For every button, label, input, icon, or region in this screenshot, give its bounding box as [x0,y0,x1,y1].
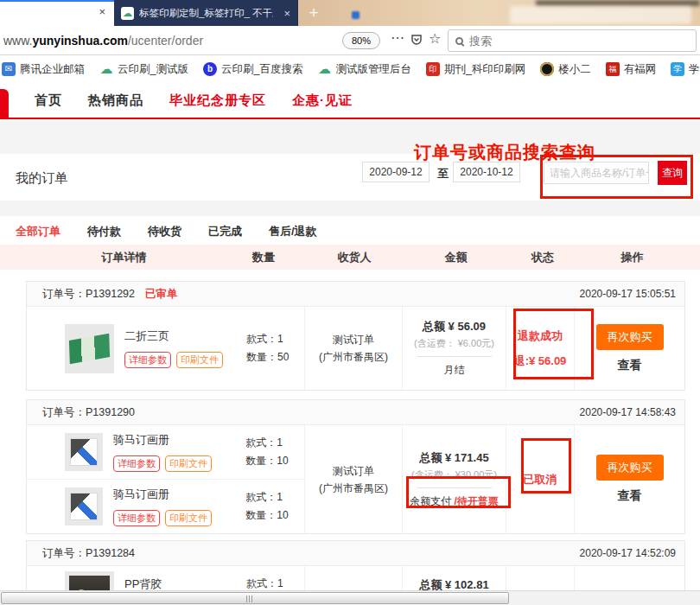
cloud-icon: ☁ [317,62,331,76]
bookmark-xuehui[interactable]: 学学汇网 [671,62,700,77]
browser-search-box[interactable] [448,29,697,52]
status-text: 退款成功 [518,328,563,344]
quantity-cell: 款式：1数量：10 [221,434,304,470]
buy-again-button[interactable]: 再次购买 [596,455,664,481]
pocket-icon[interactable] [410,33,423,50]
page-actions-icon[interactable]: ⋯ [391,29,404,46]
baidu-paw-icon: b [203,62,217,76]
col-consignee: 收货人 [305,250,404,265]
nav-item-hot-products[interactable]: 热销商品 [88,92,143,109]
freight-note: (含运费： ¥6.00元) [414,337,494,350]
tab-close-icon[interactable]: × [283,7,290,20]
amount-cell: 总额 ¥ 56.09 (含运费： ¥6.00元) 月结 [403,307,506,390]
bookmark-keyin[interactable]: 印期刊_科印印刷网 [426,62,525,77]
order-datetime: 2020-09-17 14:52:09 [580,547,676,559]
bookmark-baidu-search[interactable]: b云印刷_百度搜索 [203,62,302,77]
consignee-cell: 测试订单(广州市番禺区) [305,307,403,390]
ring-icon [540,62,554,76]
desktop-background [298,0,700,26]
product-name[interactable]: 二折三页 [124,328,223,344]
product-name[interactable]: 骑马订画册 [113,487,212,502]
divider [417,356,492,357]
product-thumbnail[interactable] [65,433,103,471]
status-cell: 已取消 [506,425,575,533]
new-tab-button[interactable]: + [302,2,325,24]
order-datetime: 2020-09-17 15:05:51 [580,288,676,300]
filter-pending-payment[interactable]: 待付款 [87,224,121,239]
consignee-cell: 测试订单(广州市番禺区) [305,425,403,533]
order-total: 总额 ¥ 56.09 [423,319,486,334]
filter-completed[interactable]: 已完成 [208,224,242,239]
detail-params-tag[interactable]: 详细参数 [113,510,160,526]
date-to-label: 至 [437,166,449,182]
bookmark-admin-backend[interactable]: ☁测试版管理后台 [317,62,411,77]
product-thumbnail[interactable] [65,324,114,373]
screen: × ☁ 标签印刷定制_标签打印_ 不干胶 × + www.yunyinshua.… [0,0,700,605]
url-text[interactable]: www.yunyinshua.com/ucenter/order [3,34,203,48]
view-order-link[interactable]: 查看 [618,358,642,373]
status-cell: 退款成功 退:¥ 56.09 [506,307,575,390]
payment-method: 余额支付 /待开普票 [410,494,499,509]
detail-params-tag[interactable]: 详细参数 [113,455,160,472]
browser-tab-active[interactable]: × [0,0,114,26]
print-file-tag[interactable]: 印刷文件 [165,455,212,472]
xue-icon: 学 [671,62,684,76]
my-orders-toolbar: 我的订单 至 查询 [0,154,700,201]
logo-edge [0,89,9,118]
product-thumbnail[interactable] [65,487,103,525]
bookmark-louxiaoer[interactable]: 楼小二 [540,62,591,77]
order-search-input[interactable] [544,162,649,184]
site-nav: 首页 热销商品 毕业纪念册专区 企惠·见证 [0,83,700,119]
buy-again-button[interactable]: 再次购买 [596,324,664,350]
date-from-input[interactable] [362,162,430,182]
filter-all-orders[interactable]: 全部订单 [16,224,60,239]
order-total: 总额 ¥ 171.45 [419,450,488,466]
nav-item-home[interactable]: 首页 [35,92,62,109]
col-amount: 金额 [404,250,508,265]
horizontal-scrollbar[interactable] [0,590,700,605]
amount-cell: 总额 ¥ 171.45 (含运费： ¥30.00元) 余额支付 /待开普票 [403,425,506,533]
order-filter-tabs: 全部订单 待付款 待收货 已完成 售后/退款 [16,224,317,239]
view-order-link[interactable]: 查看 [618,488,642,504]
order-item-row: 二折三页 详细参数 印刷文件 款式：1数量：50 [27,307,304,390]
order-card: 订单号：P1391290 2020-09-17 14:58:43 骑马订画册 详… [26,399,685,534]
cloud-icon: ☁ [99,62,113,76]
date-to-input[interactable] [453,162,520,182]
print-file-tag[interactable]: 印刷文件 [165,510,212,526]
product-name[interactable]: 骑马订画册 [113,432,212,448]
url-bar[interactable]: www.yunyinshua.com/ucenter/order 80% ⋯ ☆ [0,26,700,55]
bookmark-youfu[interactable]: 福有福网 [606,62,657,77]
order-number: 订单号：P1391290 [42,405,135,420]
bookmark-yunyinshua-test[interactable]: ☁云印刷_测试版 [99,62,188,77]
col-actions: 操作 [577,250,687,265]
filter-pending-receipt[interactable]: 待收货 [148,224,181,239]
quantity-cell: 款式：1数量：50 [222,330,304,366]
tab-title: 标签印刷定制_标签打印_ 不干胶 [139,7,273,20]
nav-item-yearbook-zone[interactable]: 毕业纪念册专区 [169,92,266,109]
filter-aftersale-refund[interactable]: 售后/退款 [269,224,317,239]
query-button[interactable]: 查询 [658,161,687,185]
order-item-row: 骑马订画册 详细参数 印刷文件 款式：1数量：10 [27,425,304,479]
cloud-favicon-icon: ☁ [121,7,134,20]
refund-amount: 退:¥ 56.09 [514,353,567,369]
bookmark-tencent-mail[interactable]: ✉腾讯企业邮箱 [2,62,85,77]
order-datetime: 2020-09-17 14:58:43 [580,406,676,418]
col-order-detail: 订单详情 [26,250,222,265]
nav-item-qihui[interactable]: 企惠·见证 [292,92,353,109]
product-name[interactable]: PP背胶 [124,576,223,592]
orders-panel: 全部订单 待付款 待收货 已完成 售后/退款 订单详情 数量 收货人 金额 状态… [0,216,700,605]
browser-search-input[interactable] [469,35,668,48]
mail-icon: ✉ [2,62,16,76]
table-header-row: 订单详情 数量 收货人 金额 状态 操作 [0,245,700,270]
bookmark-star-icon[interactable]: ☆ [429,30,441,47]
print-file-tag[interactable]: 印刷文件 [176,352,223,368]
payment-method: 月结 [444,363,465,378]
order-item-row: 骑马订画册 详细参数 印刷文件 款式：1数量：10 [27,479,304,533]
page-title: 我的订单 [16,170,67,187]
tab-close-icon[interactable]: × [99,5,105,18]
detail-params-tag[interactable]: 详细参数 [124,352,171,368]
zoom-level-badge[interactable]: 80% [342,32,380,49]
scrollbar-thumb[interactable] [1,592,509,604]
browser-tab-background[interactable]: ☁ 标签印刷定制_标签打印_ 不干胶 × [114,0,297,26]
col-quantity: 数量 [222,250,305,265]
